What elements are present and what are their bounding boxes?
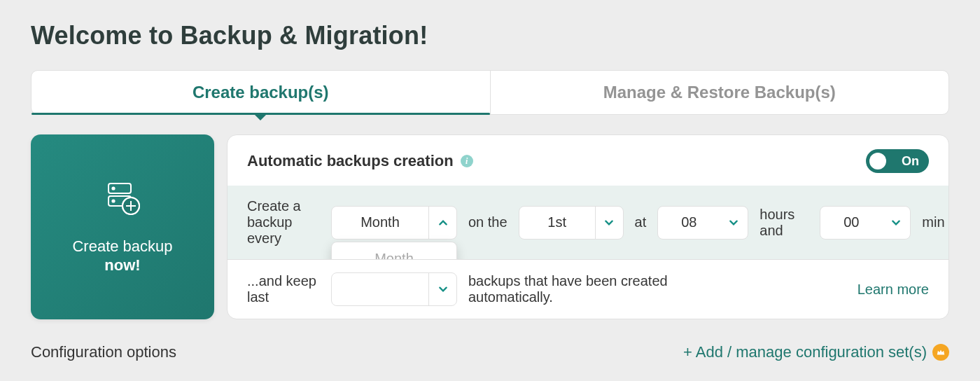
tab-create-backups[interactable]: Create backup(s) (31, 71, 490, 114)
create-backup-now-button[interactable]: Create backup now! (31, 134, 214, 319)
minute-dropdown[interactable]: 00 (820, 206, 911, 240)
server-plus-icon (100, 178, 145, 226)
tab-manage-restore[interactable]: Manage & Restore Backup(s) (490, 71, 949, 114)
toggle-label: On (902, 154, 919, 169)
svg-point-3 (112, 200, 114, 202)
create-backup-now-line2: now! (72, 256, 172, 275)
keep-after-text: backups that have been created automatic… (468, 273, 720, 305)
tab-create-backups-label: Create backup(s) (192, 83, 329, 102)
day-of-month-value: 1st (519, 214, 595, 230)
chevron-down-icon (428, 273, 456, 305)
day-of-month-dropdown[interactable]: 1st (519, 206, 624, 240)
frequency-dropdown-list: Month Week Day (331, 242, 457, 260)
automatic-backups-heading: Automatic backups creation (247, 152, 454, 170)
hour-dropdown[interactable]: 08 (657, 206, 748, 240)
svg-point-2 (112, 187, 114, 189)
automatic-backups-panel: Automatic backups creation i On Create a… (227, 134, 949, 319)
at-text: at (635, 214, 647, 230)
automatic-backups-toggle[interactable]: On (866, 149, 929, 173)
active-tab-caret-icon (254, 114, 267, 120)
chevron-down-icon (882, 207, 910, 239)
configuration-options-heading: Configuration options (31, 343, 176, 361)
tab-bar: Create backup(s) Manage & Restore Backup… (31, 70, 949, 115)
keep-row: ...and keep last backups that have been … (227, 259, 948, 319)
info-icon[interactable]: i (461, 155, 473, 167)
min-suffix-text: min (922, 214, 944, 230)
chevron-down-icon (595, 207, 623, 239)
chevron-down-icon (428, 207, 456, 239)
schedule-intro-text: Create a backup every (247, 198, 320, 247)
frequency-option-month[interactable]: Month (332, 242, 456, 260)
keep-intro-text: ...and keep last (247, 273, 320, 305)
chevron-down-icon (720, 207, 748, 239)
frequency-dropdown[interactable]: Month Month Week Day (331, 206, 457, 240)
on-the-text: on the (468, 214, 507, 230)
hour-value: 08 (658, 214, 720, 230)
toggle-knob (869, 153, 886, 169)
add-manage-config-label: + Add / manage configuration set(s) (683, 343, 927, 361)
learn-more-link[interactable]: Learn more (858, 282, 929, 298)
schedule-row: Create a backup every Month Month Week D… (227, 186, 948, 259)
add-manage-config-link[interactable]: + Add / manage configuration set(s) (683, 343, 949, 361)
tab-manage-restore-label: Manage & Restore Backup(s) (603, 83, 836, 102)
minute-value: 00 (820, 214, 882, 230)
keep-count-dropdown[interactable] (331, 272, 457, 306)
frequency-value: Month (332, 214, 428, 230)
crown-icon (932, 344, 949, 361)
hours-and-text: hours and (760, 207, 808, 239)
page-title: Welcome to Backup & Migration! (31, 21, 949, 50)
create-backup-now-line1: Create backup (72, 237, 172, 255)
